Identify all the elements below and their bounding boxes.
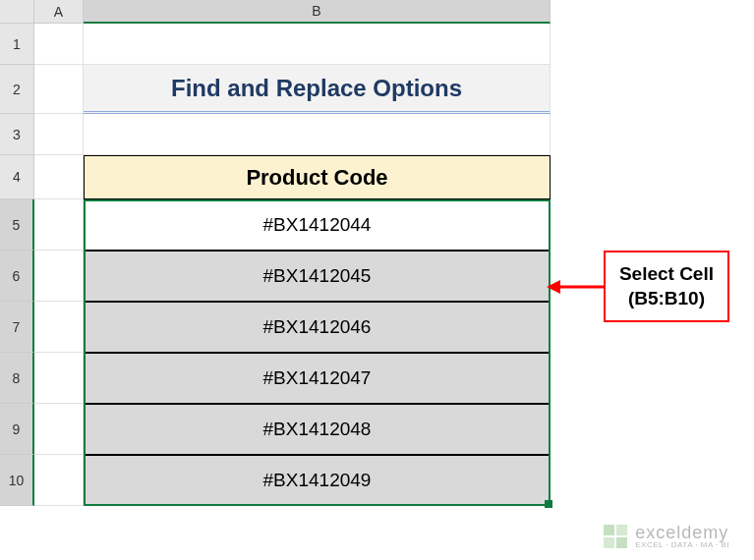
svg-marker-1 <box>547 280 560 294</box>
cell-a4[interactable] <box>34 155 84 199</box>
row-header-9[interactable]: 9 <box>0 404 34 455</box>
table-header-cell[interactable]: Product Code <box>84 155 551 199</box>
row-header-8[interactable]: 8 <box>0 353 34 404</box>
row-header-3[interactable]: 3 <box>0 114 34 155</box>
row-header-7[interactable]: 7 <box>0 302 34 353</box>
svg-rect-2 <box>604 525 614 535</box>
row-header-1[interactable]: 1 <box>0 24 34 65</box>
cell-b3[interactable] <box>84 114 551 155</box>
cell-a7[interactable] <box>34 302 84 353</box>
cell-a6[interactable] <box>34 251 84 302</box>
cell-a9[interactable] <box>34 404 84 455</box>
callout-line1: Select Cell <box>619 262 714 287</box>
row-header-10[interactable]: 10 <box>0 455 34 506</box>
callout-box: Select Cell (B5:B10) <box>604 251 729 322</box>
row-header-4[interactable]: 4 <box>0 155 34 199</box>
cell-b8[interactable]: #BX1412047 <box>84 353 551 404</box>
column-header-row: A B <box>34 0 551 24</box>
callout-line2: (B5:B10) <box>619 287 714 311</box>
cell-a10[interactable] <box>34 455 84 506</box>
row-header-gutter: 1 2 3 4 5 6 7 8 9 10 <box>0 0 34 506</box>
cell-a8[interactable] <box>34 353 84 404</box>
row-header-5[interactable]: 5 <box>0 199 34 251</box>
cell-b9[interactable]: #BX1412048 <box>84 404 551 455</box>
cell-a3[interactable] <box>34 114 84 155</box>
cell-b6[interactable]: #BX1412045 <box>84 251 551 302</box>
column-header-a[interactable]: A <box>34 0 84 24</box>
annotation-callout: Select Cell (B5:B10) <box>547 251 729 322</box>
watermark: exceldemy EXCEL · DATA · MA · BI <box>602 523 729 550</box>
row-header-6[interactable]: 6 <box>0 251 34 302</box>
cell-b1[interactable] <box>84 24 551 65</box>
cell-a2[interactable] <box>34 65 84 114</box>
cell-b5[interactable]: #BX1412044 <box>84 199 551 251</box>
column-header-b[interactable]: B <box>84 0 551 24</box>
arrow-left-icon <box>547 277 606 297</box>
spreadsheet-grid: 1 2 3 4 5 6 7 8 9 10 A B Find and Replac… <box>0 0 551 506</box>
cell-b10[interactable]: #BX1412049 <box>84 455 551 506</box>
watermark-brand: exceldemy <box>635 524 729 541</box>
title-cell[interactable]: Find and Replace Options <box>84 65 551 114</box>
svg-rect-5 <box>616 537 627 548</box>
row-header-2[interactable]: 2 <box>0 65 34 114</box>
cell-a5[interactable] <box>34 199 84 251</box>
svg-rect-3 <box>616 525 627 535</box>
watermark-logo-icon <box>602 523 629 550</box>
select-all-corner[interactable] <box>0 0 34 24</box>
cell-a1[interactable] <box>34 24 84 65</box>
cells-area: Find and Replace Options Product Code #B… <box>34 24 551 506</box>
svg-rect-4 <box>604 537 614 548</box>
watermark-text: exceldemy EXCEL · DATA · MA · BI <box>635 524 729 549</box>
cell-b7[interactable]: #BX1412046 <box>84 302 551 353</box>
watermark-tagline: EXCEL · DATA · MA · BI <box>635 541 729 549</box>
